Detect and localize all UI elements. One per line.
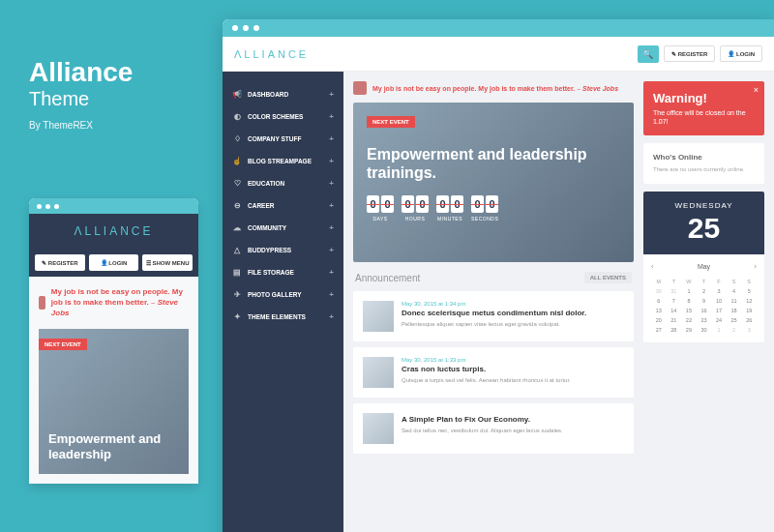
sidebar-item-label: DASHBOARD — [248, 91, 329, 98]
announcement-item[interactable]: A Simple Plan to Fix Our Economy.Sed dui… — [353, 403, 634, 454]
calendar-day[interactable]: 23 — [697, 315, 712, 325]
main-content: My job is not be easy on people. My job … — [343, 72, 774, 532]
announcement-item[interactable]: May 30, 2015 at 1:33 pmCras non luctus t… — [353, 347, 634, 398]
sidebar-item-label: BLOG STREAMPAGE — [248, 158, 329, 164]
sidebar-item[interactable]: ☁COMMUNITY+ — [223, 217, 343, 239]
calendar-day[interactable]: 16 — [697, 306, 712, 315]
calendar-day[interactable]: 6 — [651, 296, 667, 306]
expand-icon: + — [329, 179, 334, 188]
search-button[interactable]: 🔍 — [638, 45, 659, 63]
whos-online-card: Who's Online There are no users currentl… — [643, 143, 764, 183]
sidebar-item[interactable]: ☝BLOG STREAMPAGE+ — [223, 150, 343, 172]
calendar-day[interactable]: 18 — [727, 306, 742, 315]
sidebar-item-label: PHOTO GALLERY — [248, 291, 329, 298]
announcement-date: May 30, 2015 at 1:34 pm — [402, 301, 586, 307]
mobile-buttons: ✎ REGISTER 👤 LOGIN ☰ SHOW MENU — [29, 249, 198, 277]
calendar-day[interactable]: 3 — [741, 325, 757, 335]
calendar-day[interactable]: 12 — [741, 296, 757, 306]
calendar-day[interactable]: 21 — [667, 315, 682, 325]
calendar-day[interactable]: 22 — [681, 315, 697, 325]
register-button[interactable]: ✎ REGISTER — [35, 254, 85, 271]
sidebar-icon: ♢ — [232, 134, 242, 143]
login-button[interactable]: 👤 LOGIN — [89, 254, 139, 271]
calendar-day[interactable]: 30 — [697, 325, 712, 335]
calendar-dayname: WEDNESDAY — [653, 201, 755, 210]
sidebar-icon: ✦ — [232, 312, 242, 321]
calendar-day[interactable]: 26 — [741, 315, 757, 325]
sidebar-item[interactable]: ✦THEME ELEMENTS+ — [223, 306, 343, 328]
logo: ΛLLIANCE — [74, 224, 153, 238]
calendar-day[interactable]: 25 — [727, 315, 742, 325]
calendar-day[interactable]: 13 — [651, 306, 667, 315]
calendar-day[interactable]: 27 — [651, 325, 667, 335]
register-button[interactable]: ✎ REGISTER — [664, 45, 715, 62]
whos-online-title: Who's Online — [653, 153, 755, 162]
expand-icon: + — [329, 157, 334, 165]
calendar-day[interactable]: 20 — [651, 315, 667, 325]
announcement-item[interactable]: May 30, 2015 at 1:34 pmDonec scelerisque… — [353, 291, 634, 341]
countdown-group: 00DAYS — [367, 195, 394, 222]
countdown-group: 00HOURS — [402, 195, 429, 222]
calendar-day[interactable]: 15 — [681, 306, 697, 315]
calendar-day[interactable]: 17 — [711, 306, 727, 315]
calendar-day[interactable]: 14 — [667, 306, 682, 315]
announcement-desc: Quisque a turpis sed vel felis. Aenean h… — [402, 376, 571, 384]
sidebar-item[interactable]: ⊖CAREER+ — [223, 194, 343, 217]
calendar-month: May — [698, 263, 710, 270]
sidebar-item[interactable]: △BUDDYPRESS+ — [223, 239, 343, 261]
calendar-day[interactable]: 31 — [667, 286, 682, 296]
calendar-day[interactable]: 5 — [741, 286, 757, 296]
sidebar-item-label: FILE STORAGE — [248, 269, 329, 276]
calendar-day[interactable]: 24 — [711, 315, 727, 325]
announcement-title: Donec scelerisque metus condimentum nisl… — [402, 309, 586, 317]
calendar-day[interactable]: 11 — [727, 296, 742, 306]
desktop-hero: NEXT EVENT Empowerment and leadership tr… — [353, 103, 634, 262]
sidebar-item-label: THEME ELEMENTS — [248, 313, 329, 320]
prev-month-button[interactable]: ‹ — [651, 262, 654, 271]
sidebar-item[interactable]: 📢DASHBOARD+ — [223, 83, 343, 105]
announcement-date: May 30, 2015 at 1:33 pm — [402, 357, 571, 363]
calendar-day[interactable]: 8 — [681, 296, 697, 306]
sidebar-item[interactable]: ♢COMPANY STUFF+ — [223, 128, 343, 150]
show-menu-button[interactable]: ☰ SHOW MENU — [142, 254, 193, 271]
calendar-day[interactable]: 10 — [711, 296, 727, 306]
sidebar-item[interactable]: ◐COLOR SCHEMES+ — [223, 105, 343, 128]
close-icon[interactable]: × — [754, 85, 759, 95]
expand-icon: + — [329, 223, 334, 232]
quote-text: My job is not be easy on people. My job … — [372, 85, 618, 92]
calendar-day[interactable]: 7 — [667, 296, 682, 306]
all-events-button[interactable]: ALL EVENTS — [584, 272, 632, 283]
announcement-title: Cras non luctus turpis. — [402, 365, 571, 373]
promo-block: Alliance Theme By ThemeREX — [29, 58, 133, 131]
next-month-button[interactable]: › — [754, 262, 757, 271]
calendar-day[interactable]: 2 — [697, 286, 712, 296]
calendar-day[interactable]: 19 — [741, 306, 757, 315]
sidebar-icon: 📢 — [232, 90, 242, 99]
calendar-day[interactable]: 28 — [667, 325, 682, 335]
hero-title: Empowerment and leadership trainings. — [367, 145, 620, 182]
calendar-day[interactable]: 4 — [727, 286, 742, 296]
calendar-day[interactable]: 30 — [651, 286, 667, 296]
calendar-day[interactable]: 9 — [697, 296, 712, 306]
sidebar-item[interactable]: ✈PHOTO GALLERY+ — [223, 283, 343, 306]
announcement-thumb — [363, 301, 394, 332]
sidebar-item[interactable]: ♡EDUCATION+ — [223, 172, 343, 194]
calendar-day[interactable]: 1 — [711, 325, 727, 335]
sidebar-item[interactable]: ▤FILE STORAGE+ — [223, 261, 343, 283]
sidebar-icon: ♡ — [232, 179, 242, 188]
calendar-card: WEDNESDAY 25 ‹ May › MTWTFSS303112345678… — [643, 192, 764, 342]
countdown-group: 00MINUTES — [436, 195, 463, 222]
sidebar-icon: ☝ — [232, 157, 242, 165]
login-button[interactable]: 👤 LOGIN — [720, 45, 762, 62]
sidebar-item-label: COMPANY STUFF — [248, 135, 329, 142]
expand-icon: + — [329, 246, 334, 254]
expand-icon: + — [329, 112, 334, 121]
desktop-header: ΛLLIANCE 🔍 ✎ REGISTER 👤 LOGIN — [223, 37, 774, 72]
countdown: 00DAYS00HOURS00MINUTES00SECONDS — [367, 195, 620, 222]
promo-title: Alliance — [29, 58, 133, 88]
sidebar-item-label: BUDDYPRESS — [248, 247, 329, 253]
calendar-day[interactable]: 29 — [681, 325, 697, 335]
calendar-day[interactable]: 1 — [681, 286, 697, 296]
calendar-day[interactable]: 3 — [711, 286, 727, 296]
calendar-day[interactable]: 2 — [727, 325, 742, 335]
